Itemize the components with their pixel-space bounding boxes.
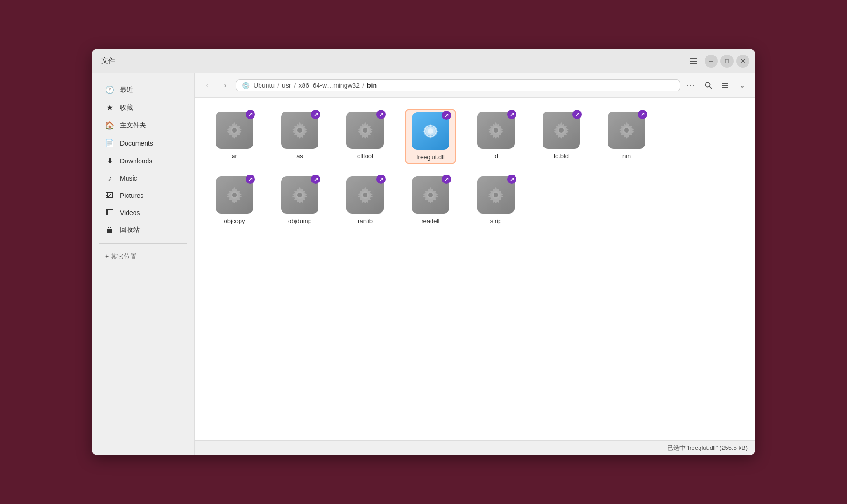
svg-rect-4 (722, 87, 728, 88)
maximize-button[interactable]: □ (720, 55, 734, 68)
breadcrumb-ubuntu[interactable]: Ubuntu (254, 82, 275, 89)
svg-point-16 (428, 128, 433, 134)
nav-right-controls: ⌄ (701, 78, 749, 93)
documents-icon: 📄 (105, 139, 114, 147)
dll-svg (418, 119, 443, 143)
symlink-badge-ld: ↗ (507, 110, 516, 119)
sidebar-label-favorites: 收藏 (120, 104, 133, 112)
file-item-ld[interactable]: ↗ ld (470, 109, 522, 162)
pictures-icon: 🖼 (105, 191, 114, 200)
sidebar-item-recent[interactable]: 🕐 最近 (96, 81, 191, 98)
gear-svg (353, 118, 377, 142)
sidebar-label-recent: 最近 (120, 86, 133, 94)
view-toggle-button[interactable] (718, 78, 733, 93)
symlink-badge-objdump: ↗ (311, 175, 320, 184)
file-item-ranlib[interactable]: ↗ ranlib (339, 174, 391, 227)
hamburger-line (690, 61, 697, 62)
file-label-nm: nm (622, 153, 631, 160)
svg-point-10 (297, 128, 302, 133)
file-item-as[interactable]: ↗ as (274, 109, 325, 162)
sidebar-item-music[interactable]: ♪ Music (96, 170, 191, 187)
sidebar-item-pictures[interactable]: 🖼 Pictures (96, 187, 191, 204)
sidebar-item-favorites[interactable]: ★ 收藏 (96, 99, 191, 116)
gear-svg (288, 183, 312, 207)
breadcrumb-usr[interactable]: usr (282, 82, 291, 89)
file-item-nm[interactable]: ↗ nm (601, 109, 652, 162)
gear-svg (288, 118, 312, 142)
file-icon-wrapper-as: ↗ (281, 112, 318, 149)
search-button[interactable] (701, 78, 716, 93)
svg-line-1 (710, 86, 712, 89)
hamburger-button[interactable] (686, 54, 701, 69)
file-item-readelf[interactable]: ↗ readelf (405, 174, 456, 227)
window-controls: ─ □ ✕ (705, 55, 749, 68)
svg-point-29 (232, 193, 237, 197)
breadcrumb-sep1: / (277, 82, 279, 89)
sidebar-add-location[interactable]: + 其它位置 (96, 248, 191, 265)
file-item-objdump[interactable]: ↗ objdump (274, 174, 325, 227)
symlink-badge-ranlib: ↗ (376, 175, 386, 184)
svg-point-7 (232, 128, 237, 133)
music-icon: ♪ (105, 174, 114, 182)
breadcrumb-sep3: / (362, 82, 364, 89)
file-label-objdump: objdump (288, 217, 311, 224)
breadcrumb-bin[interactable]: bin (367, 82, 377, 89)
downloads-icon: ⬇ (105, 156, 114, 165)
breadcrumb-mingw[interactable]: x86_64-w…mingw32 (298, 82, 360, 89)
sidebar: 🕐 最近 ★ 收藏 🏠 主文件夹 📄 Documents ⬇ Downloads… (92, 73, 195, 455)
star-icon: ★ (105, 103, 114, 112)
main-content: 🕐 最近 ★ 收藏 🏠 主文件夹 📄 Documents ⬇ Downloads… (92, 73, 755, 455)
svg-rect-3 (722, 85, 728, 86)
file-icon-wrapper-ranlib: ↗ (346, 176, 384, 214)
right-panel: ‹ › 💿 Ubuntu / usr / x86_64-w…mingw32 / … (195, 73, 755, 455)
symlink-badge-dlltool: ↗ (376, 110, 386, 119)
gear-svg (549, 118, 573, 142)
file-label-readelf: readelf (421, 217, 440, 224)
file-label-as: as (296, 153, 303, 160)
file-icon-wrapper-objdump: ↗ (281, 176, 318, 214)
recent-icon: 🕐 (105, 85, 114, 94)
gear-svg (353, 183, 377, 207)
sidebar-item-trash[interactable]: 🗑 回收站 (96, 222, 191, 238)
gear-svg (222, 183, 247, 207)
gear-svg (222, 118, 247, 142)
symlink-badge-freeglut: ↗ (442, 111, 451, 120)
sidebar-item-downloads[interactable]: ⬇ Downloads (96, 152, 191, 169)
gear-svg (484, 118, 508, 142)
file-item-freeglut[interactable]: ↗ freeglut.dll (405, 109, 456, 164)
file-item-ar[interactable]: ↗ ar (209, 109, 260, 162)
more-options-button[interactable]: ⋯ (684, 79, 697, 92)
svg-point-32 (297, 193, 302, 197)
trash-icon: 🗑 (105, 226, 114, 234)
symlink-badge-ldbfd: ↗ (572, 110, 582, 119)
file-grid: ↗ ar (195, 98, 755, 440)
sidebar-item-home[interactable]: 🏠 主文件夹 (96, 117, 191, 134)
file-label-strip: strip (490, 217, 502, 224)
sidebar-label-documents: Documents (120, 140, 153, 147)
view-options-button[interactable]: ⌄ (734, 78, 749, 93)
svg-point-41 (494, 193, 498, 197)
file-label-ranlib: ranlib (358, 217, 373, 224)
sidebar-item-documents[interactable]: 📄 Documents (96, 134, 191, 152)
status-text: 已选中"freeglut.dll" (255.5 kB) (667, 444, 748, 452)
close-button[interactable]: ✕ (736, 55, 749, 68)
gear-svg (614, 118, 639, 142)
file-row-1: ↗ ar (209, 109, 741, 164)
forward-button[interactable]: › (218, 78, 232, 92)
file-item-objcopy[interactable]: ↗ objcopy (209, 174, 260, 227)
sidebar-label-music: Music (120, 175, 137, 182)
navbar: ‹ › 💿 Ubuntu / usr / x86_64-w…mingw32 / … (195, 73, 755, 98)
file-icon-wrapper-ld: ↗ (477, 112, 515, 149)
back-button[interactable]: ‹ (200, 78, 214, 92)
minimize-button[interactable]: ─ (705, 55, 718, 68)
file-item-dlltool[interactable]: ↗ dlltool (339, 109, 391, 162)
file-label-ar: ar (232, 153, 237, 160)
statusbar: 已选中"freeglut.dll" (255.5 kB) (195, 440, 755, 455)
symlink-badge-as: ↗ (311, 110, 320, 119)
file-label-freeglut: freeglut.dll (416, 154, 445, 161)
file-item-ldbfd[interactable]: ↗ ld.bfd (536, 109, 587, 162)
file-item-strip[interactable]: ↗ strip (470, 174, 522, 227)
sidebar-item-videos[interactable]: 🎞 Videos (96, 204, 191, 221)
sidebar-label-trash: 回收站 (120, 226, 140, 234)
add-location-label: + 其它位置 (105, 252, 137, 261)
